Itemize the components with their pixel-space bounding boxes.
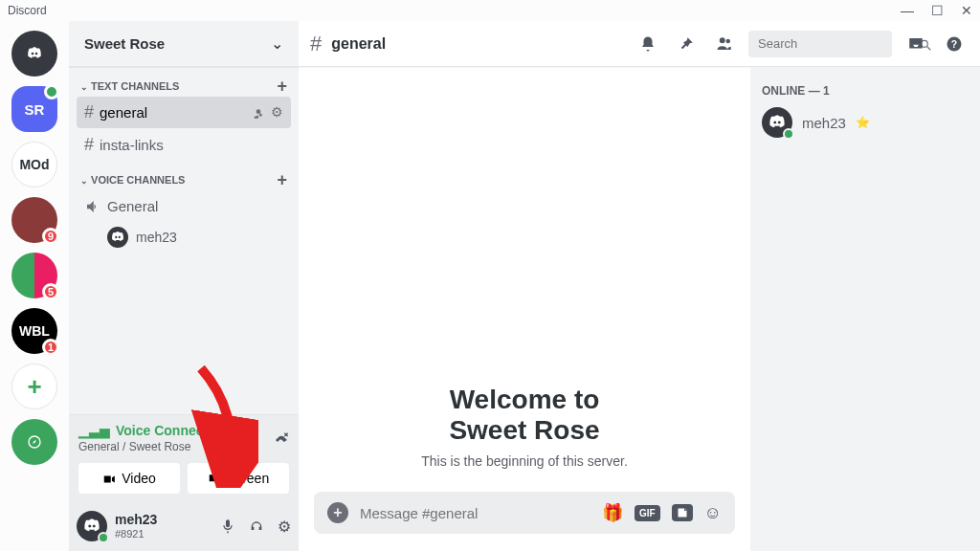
- chat-body: Welcome to Sweet Rose This is the beginn…: [299, 67, 750, 551]
- members-icon[interactable]: [710, 33, 739, 54]
- discord-logo-icon: [83, 518, 100, 535]
- search-input[interactable]: [758, 36, 919, 51]
- chevron-down-icon: ⌄: [271, 34, 283, 53]
- channel-insta-links[interactable]: # insta-links: [77, 129, 291, 161]
- channel-name: general: [331, 35, 386, 53]
- category-text-channels[interactable]: ⌄ Text Channels +: [73, 77, 295, 96]
- maximize-icon[interactable]: ☐: [931, 3, 944, 18]
- channel-sidebar: Sweet Rose ⌄ ⌄ Text Channels + # general…: [69, 21, 299, 551]
- voice-status[interactable]: ▁▃▅ Voice Connected: [78, 423, 224, 438]
- members-heading: Online — 1: [762, 84, 969, 98]
- minimize-icon[interactable]: —: [901, 3, 914, 18]
- server-item-4[interactable]: 5: [11, 253, 57, 298]
- welcome-subtitle: This is the beginning of this server.: [421, 453, 628, 469]
- add-server-button[interactable]: +: [11, 364, 57, 409]
- hash-icon: #: [84, 102, 94, 122]
- main-area: # general ? Welcome to Sweet Rose: [299, 21, 980, 551]
- server-item-wbl[interactable]: WBL 1: [11, 308, 57, 354]
- notifications-icon[interactable]: [634, 33, 662, 54]
- category-voice-channels[interactable]: ⌄ Voice Channels +: [73, 170, 295, 189]
- window-controls: — ☐ ✕: [901, 3, 972, 18]
- discord-logo-icon: [768, 114, 786, 131]
- invite-icon[interactable]: [252, 104, 265, 120]
- member-meh23[interactable]: meh23 ⭐: [762, 107, 969, 138]
- home-button[interactable]: [11, 31, 57, 77]
- avatar: [762, 107, 792, 138]
- sticker-button[interactable]: [672, 504, 693, 521]
- server-rail: SR MOd 9 5 WBL 1 +: [0, 21, 69, 551]
- members-panel: Online — 1 meh23 ⭐: [750, 67, 980, 551]
- gif-button[interactable]: GIF: [635, 505, 660, 521]
- hash-icon: #: [84, 135, 94, 155]
- avatar[interactable]: [77, 511, 107, 541]
- help-icon[interactable]: ?: [940, 33, 969, 54]
- threads-icon[interactable]: [595, 33, 624, 54]
- voice-subtitle: General / Sweet Rose: [78, 440, 224, 453]
- status-online-icon: [783, 128, 794, 140]
- mute-icon[interactable]: [220, 518, 235, 536]
- close-icon[interactable]: ✕: [961, 3, 972, 18]
- message-input[interactable]: [360, 505, 590, 521]
- channel-general[interactable]: # general ⚙: [77, 97, 291, 128]
- avatar: [107, 227, 128, 248]
- hash-icon: #: [310, 32, 322, 56]
- compass-icon: [27, 434, 42, 450]
- server-item-sweet-rose[interactable]: SR: [11, 86, 57, 132]
- message-composer: + 🎁 GIF ☺: [314, 492, 735, 534]
- gear-icon[interactable]: ⚙: [278, 518, 291, 536]
- inbox-icon[interactable]: [902, 33, 930, 54]
- disconnect-icon[interactable]: [274, 429, 289, 447]
- emoji-icon[interactable]: ☺: [704, 503, 722, 523]
- gear-icon[interactable]: ⚙: [271, 104, 283, 120]
- welcome-title: Welcome to Sweet Rose: [421, 385, 628, 446]
- video-icon: [102, 471, 116, 486]
- welcome-block: Welcome to Sweet Rose This is the beginn…: [421, 385, 628, 469]
- user-info[interactable]: meh23 #8921: [115, 513, 212, 539]
- voice-panel: ▁▃▅ Voice Connected General / Sweet Rose…: [69, 414, 299, 501]
- mention-badge: 9: [42, 228, 59, 245]
- video-button[interactable]: Video: [78, 463, 180, 494]
- attach-button[interactable]: +: [327, 502, 348, 523]
- search-box[interactable]: [748, 31, 892, 57]
- voice-user-meh23[interactable]: meh23: [73, 223, 295, 252]
- add-channel-icon[interactable]: +: [277, 174, 287, 186]
- speaker-icon: [84, 196, 101, 216]
- screen-share-button[interactable]: Screen: [188, 463, 289, 494]
- channel-list: ⌄ Text Channels + # general ⚙ # insta-li…: [69, 67, 299, 414]
- server-header[interactable]: Sweet Rose ⌄: [69, 21, 299, 67]
- server-item-mod[interactable]: MOd: [11, 142, 57, 187]
- explore-servers-button[interactable]: [11, 419, 57, 465]
- user-footer: meh23 #8921 ⚙: [69, 501, 299, 551]
- voice-channel-general[interactable]: General: [77, 190, 291, 222]
- svg-text:?: ?: [951, 38, 957, 50]
- signal-icon: ▁▃▅: [78, 423, 110, 438]
- channel-header: # general ?: [299, 21, 980, 67]
- add-channel-icon[interactable]: +: [277, 80, 287, 92]
- deafen-icon[interactable]: [249, 518, 264, 536]
- server-owner-icon: ⭐: [856, 116, 870, 129]
- status-online-icon: [98, 532, 109, 543]
- app-shell: SR MOd 9 5 WBL 1 + Sweet Rose ⌄ ⌄ Text C…: [0, 21, 980, 551]
- screen-icon: [208, 471, 221, 486]
- gift-icon[interactable]: 🎁: [602, 502, 623, 523]
- server-name: Sweet Rose: [84, 35, 165, 52]
- pinned-icon[interactable]: [672, 33, 701, 54]
- online-badge-icon: [44, 84, 59, 99]
- server-item-3[interactable]: 9: [11, 197, 57, 243]
- mention-badge: 1: [42, 339, 59, 356]
- noise-suppression-icon[interactable]: ╎: [235, 429, 260, 447]
- mention-badge: 5: [42, 283, 59, 300]
- discord-logo-icon: [27, 46, 42, 61]
- titlebar: Discord — ☐ ✕: [0, 0, 980, 21]
- app-name: Discord: [8, 4, 47, 17]
